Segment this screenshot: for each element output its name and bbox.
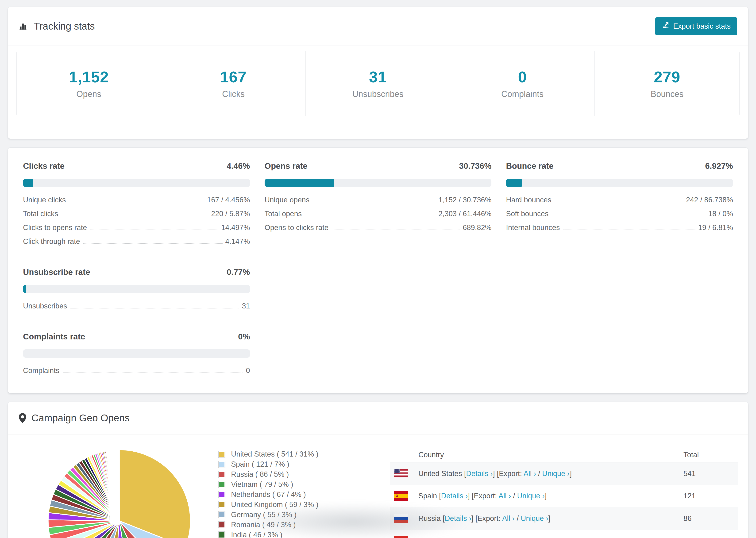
rate-row-label: Unique opens (265, 195, 309, 204)
rate-rows: Complaints0 (23, 366, 250, 375)
table-header-row: Country Total (390, 448, 738, 462)
export-all-link[interactable]: All › (502, 514, 514, 522)
rate-rows: Unique opens1,152 / 30.736%Total opens2,… (265, 195, 492, 232)
table-row: Russia [Details ›] [Export: All › / Uniq… (390, 507, 738, 530)
stats-summary: 1,152Opens167Clicks31Unsubscribes0Compla… (17, 51, 739, 116)
export-unique-link[interactable]: Unique › (542, 469, 569, 478)
progress-bar (23, 179, 250, 187)
rate-value: 30.736% (459, 161, 491, 171)
country-cell-inner: Vietnam [Details ›] [Export: All › / Uni… (394, 536, 683, 538)
export-unique-link[interactable]: Unique › (517, 492, 544, 500)
rate-value: 0.77% (227, 267, 250, 277)
stat-box: 31Unsubscribes (306, 51, 450, 116)
dotted-leader (563, 230, 695, 230)
rate-title: Opens rate (265, 161, 307, 171)
dotted-leader (71, 308, 239, 308)
rate-title: Unsubscribe rate (23, 267, 90, 277)
stat-value: 0 (518, 68, 527, 86)
details-link[interactable]: Details › (445, 514, 471, 522)
legend-swatch (218, 461, 225, 468)
rate-rows: Hard bounces242 / 86.738%Soft bounces18 … (506, 195, 733, 232)
dotted-leader (83, 243, 223, 244)
legend-label: Romania ( 49 / 3% ) (231, 521, 296, 529)
country-cell-inner: United States [Details ›] [Export: All ›… (394, 469, 683, 478)
rate-row-value: 31 (242, 301, 250, 310)
rate-rows: Unsubscribes31 (23, 301, 250, 310)
legend-item[interactable]: India ( 46 / 3% ) (218, 531, 318, 538)
geo-card-title: Campaign Geo Opens (19, 412, 130, 424)
rate-row: Total opens2,303 / 61.446% (265, 209, 492, 218)
rate-title: Bounce rate (506, 161, 553, 171)
rate-header: Bounce rate6.927% (506, 161, 733, 171)
stat-box: 279Bounces (595, 51, 739, 116)
country-name: United States (418, 469, 462, 478)
export-label: Export: (482, 537, 505, 538)
geo-table: Country Total United States [Details ›] … (390, 448, 738, 538)
export-unique-link[interactable]: Unique › (525, 537, 553, 538)
geo-table-clip: Country Total United States [Details ›] … (390, 448, 738, 538)
details-link[interactable]: Details › (441, 492, 468, 500)
export-basic-stats-button[interactable]: Export basic stats (655, 17, 737, 35)
rate-row-value: 19 / 6.81% (698, 223, 733, 232)
pie-slice[interactable] (119, 450, 119, 521)
rate-row: Unique opens1,152 / 30.736% (265, 195, 492, 204)
geo-pie-chart[interactable] (46, 448, 192, 538)
rate-row-value: 4.147% (225, 237, 250, 246)
rate-row-value: 1,152 / 30.736% (439, 195, 492, 204)
dotted-leader (62, 216, 208, 216)
flag-icon-vn (394, 536, 408, 538)
rate-row-label: Clicks to opens rate (23, 223, 87, 232)
legend-label: United Kingdom ( 59 / 3% ) (231, 501, 318, 509)
legend-item[interactable]: United Kingdom ( 59 / 3% ) (218, 501, 318, 508)
progress-bar (23, 285, 250, 293)
rate-row-value: 689.82% (463, 223, 491, 232)
rate-row-label: Total clicks (23, 209, 58, 218)
legend-swatch (218, 501, 225, 508)
export-button-label: Export basic stats (673, 22, 730, 30)
rate-row-value: 167 / 4.456% (207, 195, 250, 204)
country-cell-inner: Russia [Details ›] [Export: All › / Uniq… (394, 514, 683, 523)
export-all-link[interactable]: All › (523, 469, 536, 478)
progress-bar (506, 179, 733, 187)
legend-swatch (218, 451, 225, 458)
total-cell: 121 (683, 485, 738, 507)
export-label: Export: (474, 492, 497, 500)
legend-item[interactable]: Spain ( 121 / 7% ) (218, 460, 318, 468)
rate-block: Clicks rate4.46%Unique clicks167 / 4.456… (23, 161, 250, 251)
country-row-text: Vietnam [Details ›] [Export: All › / Uni… (418, 537, 555, 538)
legend-item[interactable]: United States ( 541 / 31% ) (218, 451, 318, 458)
stat-value: 1,152 (69, 68, 109, 86)
country-name: Vietnam (418, 537, 445, 538)
stat-value: 279 (654, 68, 680, 86)
flag-icon-es (394, 491, 408, 501)
details-link[interactable]: Details › (449, 537, 476, 538)
rate-row-label: Soft bounces (506, 209, 549, 218)
export-unique-link[interactable]: Unique › (521, 514, 548, 522)
legend-item[interactable]: Germany ( 55 / 3% ) (218, 511, 318, 518)
progress-bar (265, 179, 492, 187)
rate-row-value: 220 / 5.87% (211, 209, 250, 218)
rate-row-value: 2,303 / 61.446% (439, 209, 492, 218)
export-all-link[interactable]: All › (507, 537, 519, 538)
dotted-leader (90, 230, 218, 230)
rate-value: 6.927% (705, 161, 733, 171)
dotted-leader (555, 202, 683, 202)
export-icon (662, 22, 669, 31)
stat-value: 167 (220, 68, 246, 86)
rate-title: Clicks rate (23, 161, 65, 171)
campaign-geo-opens-card: Campaign Geo Opens United States ( 541 /… (8, 402, 748, 538)
rate-row-label: Unique clicks (23, 195, 66, 204)
legend-item[interactable]: Romania ( 49 / 3% ) (218, 521, 318, 528)
legend-item[interactable]: Russia ( 86 / 5% ) (218, 471, 318, 478)
details-link[interactable]: Details › (466, 469, 493, 478)
progress-bar (23, 349, 250, 358)
rate-row-value: 0 (246, 366, 250, 375)
legend-item[interactable]: Vietnam ( 79 / 5% ) (218, 481, 318, 488)
rate-row-label: Opens to clicks rate (265, 223, 328, 232)
export-all-link[interactable]: All › (499, 492, 511, 500)
country-row-text: Spain [Details ›] [Export: All › / Uniqu… (418, 492, 547, 500)
dotted-leader (63, 372, 243, 373)
rate-row: Internal bounces19 / 6.81% (506, 223, 733, 232)
legend-label: Vietnam ( 79 / 5% ) (231, 480, 293, 489)
legend-item[interactable]: Netherlands ( 67 / 4% ) (218, 491, 318, 498)
